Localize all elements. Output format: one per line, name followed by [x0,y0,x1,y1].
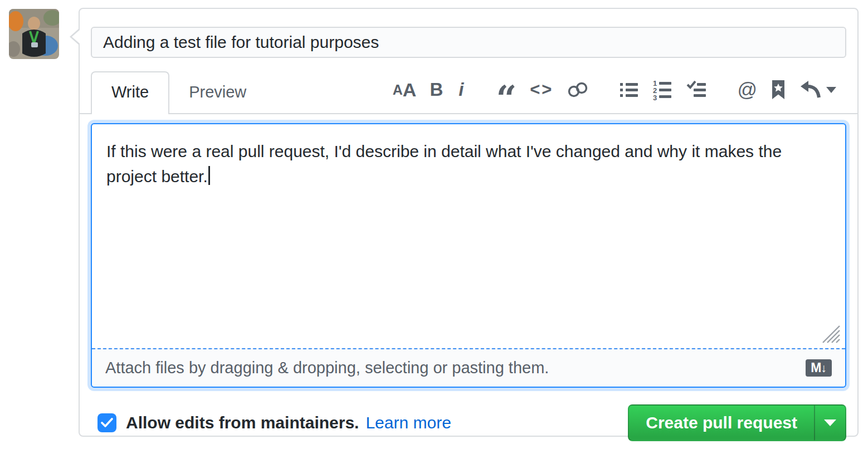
checkmark-icon [101,418,113,428]
dropdown-caret-icon [824,419,836,426]
pr-title-input[interactable] [91,27,846,58]
toolbar-group-insert: “ <> [496,79,589,101]
learn-more-link[interactable]: Learn more [365,413,451,432]
avatar-image [9,9,59,59]
pull-request-form-card: Write Preview AA B i “ <> [79,8,859,437]
toolbar-group-extras: @ [737,79,836,101]
comment-textarea[interactable]: If this were a real pull request, I'd de… [92,124,845,348]
link-icon[interactable] [567,79,589,101]
create-pull-request-button[interactable]: Create pull request [628,404,814,441]
resize-handle[interactable] [820,323,841,344]
mention-icon[interactable]: @ [737,79,757,101]
text-size-icon[interactable]: AA [393,79,417,101]
toolbar-group-text: AA B i [393,79,466,101]
task-list-icon[interactable] [686,79,707,101]
code-icon[interactable]: <> [530,79,553,101]
comment-box: If this were a real pull request, I'd de… [91,123,846,388]
attach-files-hint: Attach files by dragging & dropping, sel… [105,359,549,377]
markdown-supported-icon[interactable]: M↓ [806,359,832,377]
create-pull-request-dropdown[interactable] [814,404,846,441]
form-actions-row: Allow edits from maintainers. Learn more… [97,404,846,441]
allow-edits-label: Allow edits from maintainers. [126,413,359,432]
attach-files-bar[interactable]: Attach files by dragging & dropping, sel… [92,348,845,387]
tab-write[interactable]: Write [91,71,169,114]
create-pull-request-button-group: Create pull request [628,404,846,441]
allow-edits-group: Allow edits from maintainers. Learn more [97,413,451,432]
reply-dropdown-caret-icon[interactable] [826,87,836,93]
svg-text:3: 3 [653,94,657,100]
avatar-photo-placeholder [9,9,59,59]
reply-icon[interactable] [799,79,836,101]
ordered-list-icon[interactable]: 1 2 3 [652,79,672,101]
quote-icon[interactable]: “ [496,79,516,101]
editor-tabnav: Write Preview AA B i “ <> [80,71,857,114]
text-cursor [208,166,210,185]
unordered-list-icon[interactable] [619,79,639,101]
toolbar-group-lists: 1 2 3 [619,79,707,101]
markdown-toolbar: AA B i “ <> [393,79,846,113]
bold-icon[interactable]: B [430,79,443,101]
saved-replies-icon[interactable] [771,79,786,101]
tab-preview[interactable]: Preview [169,72,266,113]
italic-icon[interactable]: i [456,79,466,101]
allow-edits-checkbox[interactable] [97,413,116,432]
